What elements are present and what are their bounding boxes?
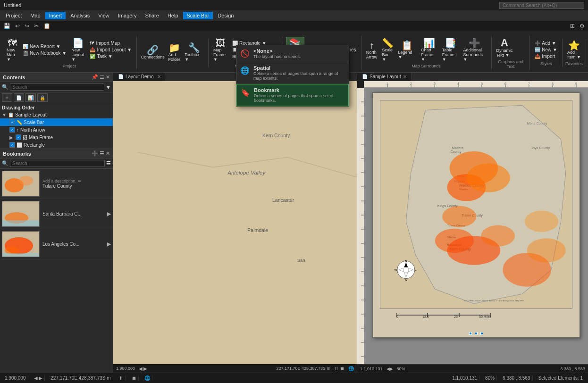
bookmarks-add-icon[interactable]: ➕ xyxy=(92,150,98,157)
tree-scale-bar[interactable]: ✓ 📏 Scale Bar xyxy=(0,118,113,126)
dropdown-none[interactable]: 🚫 <None> The layout has no series. xyxy=(236,45,349,62)
import-style-label: Import xyxy=(542,54,555,59)
bookmark-la-expand[interactable]: ▶ xyxy=(107,241,111,247)
svg-text:Lancaster: Lancaster xyxy=(272,197,294,203)
tree-north-arrow[interactable]: ✓ ↑ North Arrow xyxy=(0,126,113,133)
menu-imagery[interactable]: Imagery xyxy=(114,12,141,19)
bookmark-santa-barbara[interactable]: Santa Barbara C... ▶ xyxy=(0,199,113,229)
bookmarks-menu-icon[interactable]: ☰ xyxy=(100,150,104,157)
bookmark-la-label: Los Angeles Co... xyxy=(42,241,79,247)
ribbon-legend[interactable]: 📋 Legend ▼ xyxy=(396,40,418,60)
bookmarks-search-input[interactable] xyxy=(10,160,105,167)
scale-bar-checkbox[interactable]: ✓ xyxy=(9,119,15,125)
layout-selection-handles xyxy=(469,332,483,335)
search-icon: 🔍 xyxy=(2,84,8,90)
dropdown-spatial[interactable]: 🌐 Spatial Define a series of pages that … xyxy=(236,62,349,83)
contents-title: Contents xyxy=(3,75,25,80)
ribbon-dynamic-text[interactable]: A DynamicText ▼ xyxy=(495,37,515,58)
pause-btn[interactable]: ⏸ xyxy=(117,375,126,381)
map-container[interactable]: Antelope Valley Kern County Lancaster Pa… xyxy=(113,81,357,373)
search-options-icon[interactable]: ▼ xyxy=(106,84,111,90)
ribbon-table-frame[interactable]: 📑 TableFrame ▼ xyxy=(440,37,461,63)
map-forward-btn[interactable]: ▶ xyxy=(143,366,147,371)
ribbon-import-layout[interactable]: 📥 Import Layout ▼ xyxy=(88,47,134,53)
qat-redo[interactable]: ↪ xyxy=(23,22,31,30)
qat-view-toggle[interactable]: ⊞ xyxy=(569,22,576,30)
layout-canvas-area[interactable]: Madera County Fresno Fresno County Tular… xyxy=(364,88,588,364)
bookmark-tulare-info: Add a description. ✏ Tulare County xyxy=(42,179,82,189)
tab-layout-demo-close[interactable]: ✕ xyxy=(157,74,161,79)
ribbon-import-map[interactable]: 🗺 Import Map xyxy=(88,40,134,46)
rectangle-checkbox[interactable]: ✓ xyxy=(9,142,15,148)
ribbon-new-layout[interactable]: 📄 NewLayout ▼ xyxy=(69,37,87,63)
bookmark-la[interactable]: Los Angeles Co... ▶ xyxy=(0,229,113,259)
dropdown-bookmark[interactable]: 🔖 Bookmark Define a series of pages that… xyxy=(236,84,349,106)
map-pause-btn[interactable]: ⏸ xyxy=(334,366,339,371)
qat-cut[interactable]: ✂ xyxy=(33,22,40,30)
ribbon-map-frame[interactable]: 🖼 MapFrame ▼ xyxy=(211,37,229,63)
tab-sample-layout-close[interactable]: ✕ xyxy=(403,74,407,79)
bookmarks-list-icon[interactable]: ☰ xyxy=(106,160,111,167)
handle-left[interactable] xyxy=(469,332,472,335)
ribbon-task[interactable]: ✅ Task ▼ xyxy=(88,53,134,59)
handle-center[interactable] xyxy=(475,332,478,335)
ribbon-new-style[interactable]: 🆕 New ▼ xyxy=(533,47,559,53)
svg-point-78 xyxy=(442,206,476,227)
ribbon-chart-frame[interactable]: 📊 ChartFrame ▼ xyxy=(419,37,439,63)
ribbon-add-style[interactable]: ➕ Add ▼ xyxy=(533,40,559,46)
contents-search-input[interactable] xyxy=(10,83,104,91)
qat-save[interactable]: 💾 xyxy=(2,22,12,30)
ribbon-new-report[interactable]: 📊 New Report ▼ xyxy=(21,43,68,50)
tab-sample-layout[interactable]: 📄 Sample Layout ✕ xyxy=(357,73,412,81)
menu-design[interactable]: Design xyxy=(214,12,237,19)
edit-icon[interactable]: ✏ xyxy=(78,179,82,183)
bookmarks-close-icon[interactable]: ✕ xyxy=(106,150,110,157)
map-back-btn[interactable]: ◀ xyxy=(139,366,143,371)
handle-right[interactable] xyxy=(480,332,483,335)
menu-project[interactable]: Project xyxy=(2,12,25,19)
tab-layout-demo[interactable]: 📄 Layout Demo ✕ xyxy=(113,73,166,81)
pin-icon[interactable]: 📌 xyxy=(92,74,98,80)
tree-rectangle[interactable]: ✓ ⬜ Rectangle xyxy=(0,141,113,149)
menu-analysis[interactable]: Analysis xyxy=(67,12,93,19)
ribbon-scale-bar[interactable]: 📏 ScaleBar ▼ xyxy=(380,37,395,63)
qat-paste[interactable]: 📋 xyxy=(42,22,52,30)
stop-btn[interactable]: ⏹ xyxy=(130,375,139,381)
svg-text:3: 3 xyxy=(434,82,436,85)
ribbon-additional-surrounds[interactable]: ➕ AdditionalSurrounds ▼ xyxy=(461,37,488,63)
map-frame-checkbox[interactable]: ✓ xyxy=(16,134,21,140)
ribbon-new-map[interactable]: 🗺 NewMap ▼ xyxy=(5,37,20,63)
command-search[interactable] xyxy=(499,2,584,9)
menu-insert[interactable]: Insert xyxy=(45,12,66,19)
tree-map-frame[interactable]: ▶ ✓ 🖼 Map Frame xyxy=(0,133,113,141)
ribbon-connections[interactable]: 🔗 Connections xyxy=(140,44,166,60)
filter-locked[interactable]: 🔒 xyxy=(37,93,48,102)
menu-help[interactable]: Help xyxy=(164,12,182,19)
filter-layers[interactable]: 📄 xyxy=(14,93,24,102)
menu-view[interactable]: View xyxy=(94,12,113,19)
ribbon-north-arrow[interactable]: ↑ NorthArrow xyxy=(364,40,379,60)
menu-share[interactable]: Share xyxy=(142,12,163,19)
qat-settings[interactable]: ⚙ xyxy=(578,22,586,30)
menu-map[interactable]: Map xyxy=(26,12,44,19)
menu-icon[interactable]: ☰ xyxy=(100,74,104,80)
bookmark-tulare[interactable]: Add a description. ✏ Tulare County xyxy=(0,169,113,199)
new-style-icon: 🆕 xyxy=(535,47,540,52)
map-stop-btn[interactable]: ⏹ xyxy=(340,366,344,371)
ribbon-new-notebook[interactable]: 📓 New Notebook ▼ xyxy=(21,50,68,56)
north-arrow-checkbox[interactable]: ✓ xyxy=(9,127,15,133)
bookmark-santa-barbara-expand[interactable]: ▶ xyxy=(107,211,111,217)
ribbon-add-folder[interactable]: 📁 AddFolder xyxy=(167,42,182,63)
close-panel-icon[interactable]: ✕ xyxy=(106,74,110,80)
filter-tables[interactable]: 📊 xyxy=(25,93,36,102)
menu-scale-bar[interactable]: Scale Bar xyxy=(183,12,213,19)
ribbon-toolbox[interactable]: 🔧 Toolbox ▼ xyxy=(183,42,205,63)
ribbon-import-style[interactable]: 📥 Import xyxy=(533,53,559,59)
tree-sample-layout[interactable]: ▼ 📋 Sample Layout xyxy=(0,111,113,118)
filter-all[interactable]: ≡ xyxy=(2,93,12,102)
ribbon-add-item[interactable]: ⭐ AddItem ▼ xyxy=(565,40,583,60)
svg-rect-39 xyxy=(357,88,364,364)
bookmarks-list: Add a description. ✏ Tulare County xyxy=(0,169,113,300)
svg-text:Mono County: Mono County xyxy=(527,122,547,125)
qat-undo[interactable]: ↩ xyxy=(14,22,21,30)
